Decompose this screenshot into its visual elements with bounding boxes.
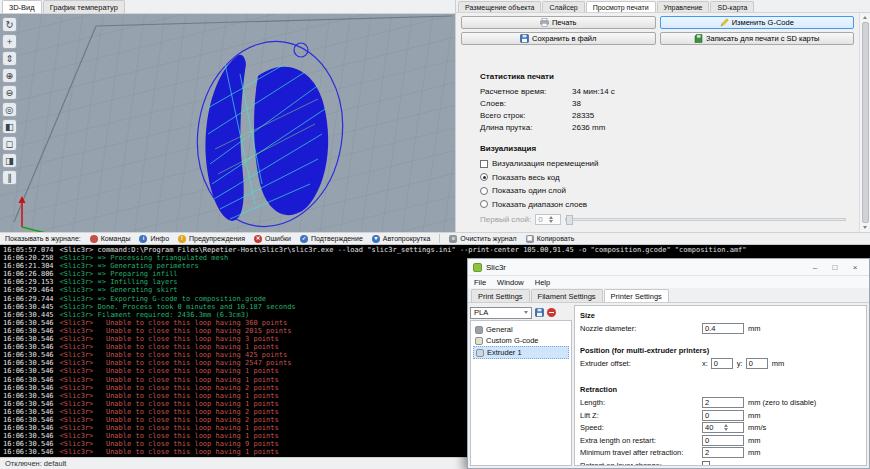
floppy-icon xyxy=(535,308,544,317)
preset-combo[interactable]: PLA xyxy=(470,307,532,319)
extruder-offset-x-input[interactable]: 0 xyxy=(711,358,733,369)
tree-item[interactable]: Extruder 1 xyxy=(473,346,569,359)
print-preview-panel: Размещение объекта Слайсер Просмотр печа… xyxy=(455,0,870,232)
extruder-offset-y-input[interactable]: 0 xyxy=(746,358,768,369)
print-button-label: Печать xyxy=(552,18,577,27)
log-filter-toggle[interactable]: ▾ Автопрокрутка xyxy=(372,235,431,243)
panel-tab[interactable]: Слайсер xyxy=(542,1,584,12)
panel-tab[interactable]: SD-карта xyxy=(710,1,754,12)
option-label: Lift Z: xyxy=(580,411,702,420)
option-unit: mm (zero to disable) xyxy=(748,398,816,407)
edit-gcode-button[interactable]: Изменить G-Code xyxy=(660,16,855,29)
chevron-down-icon xyxy=(524,311,528,314)
first-layer-slider[interactable] xyxy=(565,218,846,221)
preset-column: PLA General xyxy=(470,305,572,466)
visualization-radios: Показать весь код Показать один слой Пок… xyxy=(480,173,846,209)
visualization-radio-option[interactable]: Показать один слой xyxy=(480,186,846,195)
parallel-projection-icon[interactable]: ∥ xyxy=(2,170,17,185)
view-tab[interactable]: График температур xyxy=(43,0,125,13)
option-label: Extra length on restart: xyxy=(580,436,702,445)
show-travel-checkbox[interactable]: Визуализация перемещений xyxy=(480,159,846,168)
menu-item[interactable]: File xyxy=(474,278,486,287)
retraction-section-header: Retraction xyxy=(580,385,861,394)
first-layer-spinner[interactable]: 0 xyxy=(535,214,561,225)
panel-tab[interactable]: Размещение объекта xyxy=(458,1,541,12)
save-to-sd-button[interactable]: Записать для печати с SD карты xyxy=(660,32,855,45)
log-filter-toggle[interactable]: Команды xyxy=(90,235,131,243)
minimize-button[interactable]: – xyxy=(806,261,824,274)
stat-row: Слоев: 38 xyxy=(480,99,615,108)
filter-icon: ▾ xyxy=(372,235,380,243)
panel-scrollbar[interactable] xyxy=(859,13,870,232)
move-view-icon[interactable]: + xyxy=(2,34,17,49)
option-input[interactable]: 2 xyxy=(702,447,744,458)
save-preset-button[interactable] xyxy=(535,308,544,317)
filter-icon: i xyxy=(139,235,147,243)
option-input[interactable]: 0 xyxy=(702,410,744,421)
delete-preset-button[interactable] xyxy=(547,308,556,317)
panel-tab[interactable]: Просмотр печати xyxy=(586,1,656,12)
log-filter-toggle[interactable]: ✓ Подтверждение xyxy=(300,235,363,243)
log-message: <Slic3r> => Generating perimeters xyxy=(60,262,199,270)
settings-tab[interactable]: Printer Settings xyxy=(604,289,669,302)
log-action-button[interactable]: ≡ Очистить журнал xyxy=(449,235,516,243)
log-message: <Slic3r> Unable to close this loop havin… xyxy=(60,408,279,416)
menu-item[interactable]: Help xyxy=(535,278,550,287)
visualization-radio-option[interactable]: Показать весь код xyxy=(480,173,846,182)
log-filter-caption: Показывать в журнале: xyxy=(5,235,81,242)
slic3r-titlebar[interactable]: Slic3r – □ × xyxy=(468,259,869,276)
move-viewpoint-icon[interactable]: ⇕ xyxy=(2,51,17,66)
log-action-button[interactable]: ▣ Копировать xyxy=(526,235,575,243)
spinner-buttons[interactable] xyxy=(549,216,559,223)
close-button[interactable]: × xyxy=(846,261,864,274)
zoom-out-icon[interactable]: ⊖ xyxy=(2,85,17,100)
top-view-icon[interactable]: ◻ xyxy=(2,136,17,151)
tree-item[interactable]: Custom G-code xyxy=(473,335,569,346)
scroll-down-icon[interactable] xyxy=(863,226,867,229)
log-timestamp: 16:06:30.546 xyxy=(3,432,54,440)
rotate-view-icon[interactable]: ↻ xyxy=(2,17,17,32)
slic3r-window: Slic3r – □ × FileWindowHelp Print Settin… xyxy=(467,258,870,469)
log-filter-toggle[interactable]: i Инфо xyxy=(139,235,169,243)
option-input[interactable]: 0 xyxy=(702,435,744,446)
scrollbar-thumb[interactable] xyxy=(862,22,869,223)
save-to-file-button[interactable]: Сохранить в файл xyxy=(461,32,656,45)
option-checkbox[interactable] xyxy=(702,461,710,466)
settings-tab[interactable]: Print Settings xyxy=(471,289,530,302)
front-view-icon[interactable]: ◨ xyxy=(2,153,17,168)
filter-label: Команды xyxy=(101,235,131,242)
visualization-title: Визуализация xyxy=(480,144,846,153)
log-timestamp: 16:06:30.546 xyxy=(3,408,54,416)
fit-view-icon[interactable]: ◎ xyxy=(2,102,17,117)
panel-tabbar: Размещение объекта Слайсер Просмотр печа… xyxy=(456,0,870,13)
log-timestamp: 16:06:30.546 xyxy=(3,367,54,375)
log-timestamp: 16:06:30.546 xyxy=(3,351,54,359)
3d-viewport[interactable]: ↻ + ⇕ ⊕ ⊖ ◎ ◧ ◻ ◨ ∥ xyxy=(0,14,455,232)
settings-tab[interactable]: Filament Settings xyxy=(531,289,603,302)
radio-icon xyxy=(480,200,488,208)
print-button[interactable]: Печать xyxy=(461,16,656,29)
zoom-in-icon[interactable]: ⊕ xyxy=(2,68,17,83)
spinner-buttons[interactable] xyxy=(724,424,742,431)
iso-view-icon[interactable]: ◧ xyxy=(2,119,17,134)
slic3r-tabbar: Print Settings Filament Settings Printer… xyxy=(468,288,869,303)
visualization-radio-option[interactable]: Показать диапазон слоев xyxy=(480,200,846,209)
view-tab[interactable]: 3D-Вид xyxy=(2,0,42,13)
slider-thumb[interactable] xyxy=(566,215,573,225)
tree-item[interactable]: General xyxy=(473,324,569,335)
log-timestamp: 16:06:26.806 xyxy=(3,270,54,278)
maximize-button[interactable]: □ xyxy=(826,261,844,274)
stat-label: Длина прутка: xyxy=(480,123,572,132)
nozzle-diameter-input[interactable]: 0.4 xyxy=(702,323,744,334)
option-input[interactable]: 40 xyxy=(702,422,744,433)
edit-gcode-button-label: Изменить G-Code xyxy=(732,18,794,27)
stat-row: Всего строк: 28335 xyxy=(480,111,615,120)
menu-item[interactable]: Window xyxy=(497,278,524,287)
log-filter-toggle[interactable]: ✕ Ошибки xyxy=(254,235,291,243)
filter-label: Ошибки xyxy=(265,235,291,242)
scroll-up-icon[interactable] xyxy=(863,16,867,19)
log-message: <Slic3r> => Exporting G-code to composit… xyxy=(60,295,267,303)
option-input[interactable]: 2 xyxy=(702,397,744,408)
log-filter-toggle[interactable]: ! Предупреждения xyxy=(178,235,245,243)
panel-tab[interactable]: Управление xyxy=(657,1,710,12)
